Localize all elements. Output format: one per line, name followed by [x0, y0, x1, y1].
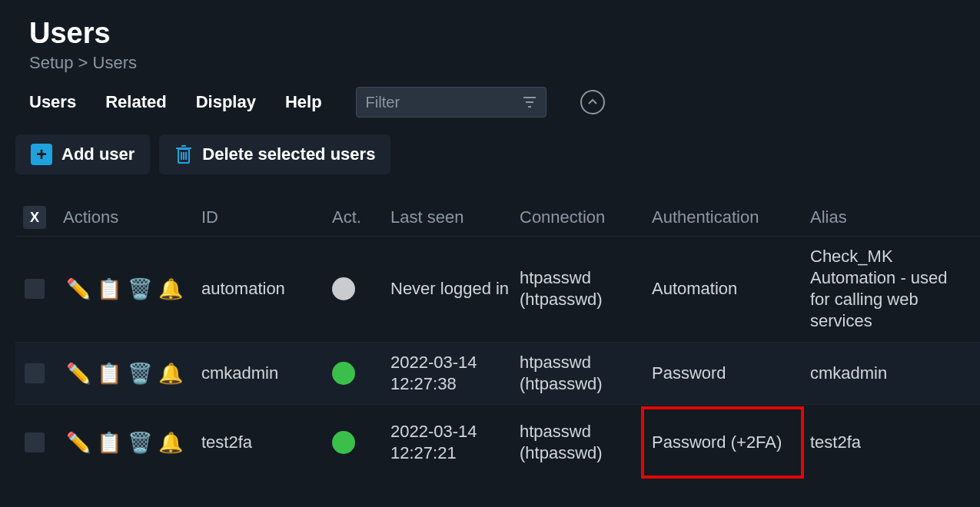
cell-alias: test2fa [810, 432, 972, 453]
bell-icon[interactable]: 🔔 [158, 279, 183, 299]
cell-connection: htpasswd (htpasswd) [520, 421, 652, 464]
th-authentication: Authentication [652, 207, 810, 227]
cell-alias: cmkadmin [810, 363, 972, 384]
filter-box[interactable] [356, 87, 546, 118]
copy-icon[interactable]: 📋 [97, 432, 121, 452]
select-all-checkbox[interactable]: X [23, 206, 46, 229]
cell-authentication: Automation [652, 278, 810, 300]
cell-authentication: Password (+2FA) [652, 414, 810, 471]
menu-display[interactable]: Display [196, 92, 256, 112]
bell-icon[interactable]: 🔔 [158, 432, 183, 452]
table-header: X Actions ID Act. Last seen Connection A… [15, 199, 980, 236]
th-id: ID [201, 207, 332, 227]
cell-id: automation [201, 278, 332, 300]
breadcrumb: Setup > Users [0, 50, 980, 87]
cell-last-seen: 2022-03-14 12:27:38 [390, 352, 520, 395]
cell-authentication: Password [652, 363, 810, 384]
table-row: ✏️📋🗑️🔔automationNever logged inhtpasswd … [15, 236, 980, 342]
trash-icon [174, 144, 193, 164]
delete-selected-button[interactable]: Delete selected users [159, 134, 390, 174]
th-last-seen: Last seen [390, 207, 520, 227]
delete-icon[interactable]: 🗑️ [128, 432, 152, 452]
users-table: X Actions ID Act. Last seen Connection A… [0, 199, 980, 480]
row-checkbox[interactable] [25, 363, 45, 383]
status-dot [332, 431, 355, 454]
copy-icon[interactable]: 📋 [97, 279, 121, 299]
plus-icon: + [31, 144, 52, 165]
cell-connection: htpasswd (htpasswd) [520, 267, 652, 310]
add-user-button[interactable]: + Add user [15, 134, 150, 174]
delete-icon[interactable]: 🗑️ [128, 363, 152, 383]
page-title: Users [0, 0, 980, 50]
th-connection: Connection [520, 207, 652, 227]
collapse-toggle[interactable] [580, 90, 605, 114]
menu-help[interactable]: Help [285, 92, 322, 112]
table-row: ✏️📋🗑️🔔cmkadmin2022-03-14 12:27:38htpassw… [15, 342, 980, 404]
th-actions: Actions [63, 207, 201, 227]
bell-icon[interactable]: 🔔 [158, 363, 183, 383]
cell-id: cmkadmin [201, 363, 332, 384]
status-dot [332, 362, 355, 385]
add-user-label: Add user [61, 144, 135, 164]
cell-alias: Check_MK Automation - used for calling w… [810, 246, 972, 333]
cell-id: test2fa [201, 432, 332, 453]
cell-last-seen: 2022-03-14 12:27:21 [390, 421, 520, 464]
cell-connection: htpasswd (htpasswd) [520, 352, 652, 395]
th-act: Act. [332, 207, 390, 227]
edit-icon[interactable]: ✏️ [66, 432, 91, 452]
table-row: ✏️📋🗑️🔔test2fa2022-03-14 12:27:21htpasswd… [15, 404, 980, 480]
filter-input[interactable] [366, 94, 523, 111]
row-checkbox[interactable] [25, 279, 45, 299]
menu-users[interactable]: Users [29, 92, 76, 112]
delete-icon[interactable]: 🗑️ [128, 279, 152, 299]
th-alias: Alias [810, 207, 972, 227]
edit-icon[interactable]: ✏️ [66, 363, 91, 383]
row-checkbox[interactable] [25, 432, 45, 452]
actionbar: + Add user Delete selected users [0, 134, 980, 174]
filter-icon[interactable] [523, 96, 537, 108]
cell-last-seen: Never logged in [390, 278, 520, 300]
status-dot [332, 277, 355, 300]
copy-icon[interactable]: 📋 [97, 363, 121, 383]
auth-highlight-box: Password (+2FA) [641, 406, 804, 479]
menubar: Users Related Display Help [0, 87, 980, 118]
menu-related[interactable]: Related [105, 92, 166, 112]
delete-selected-label: Delete selected users [202, 144, 375, 164]
edit-icon[interactable]: ✏️ [66, 279, 91, 299]
